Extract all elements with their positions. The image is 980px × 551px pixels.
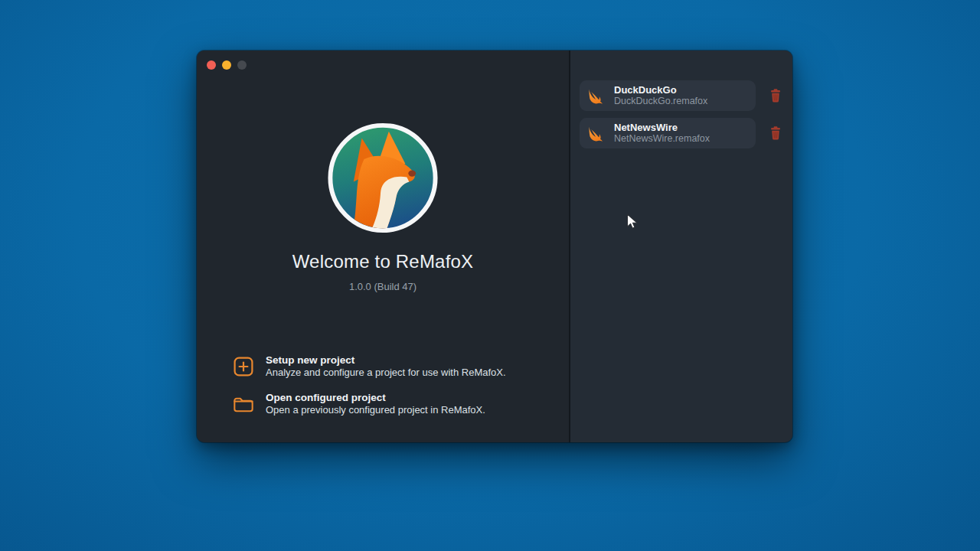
project-text: NetNewsWire NetNewsWire.remafox <box>614 122 710 145</box>
action-subtitle: Open a previously configured project in … <box>266 404 485 416</box>
action-title: Setup new project <box>266 354 506 367</box>
swift-icon <box>586 125 606 142</box>
close-button[interactable] <box>207 60 216 70</box>
remafox-fox-logo <box>327 122 439 234</box>
zoom-button[interactable] <box>237 60 247 70</box>
action-text: Open configured project Open a previousl… <box>266 392 485 416</box>
welcome-actions: Setup new project Analyze and configure … <box>233 354 506 416</box>
project-text: DuckDuckGo DuckDuckGo.remafox <box>614 84 707 107</box>
action-title: Open configured project <box>266 392 485 404</box>
plus-square-icon <box>233 356 254 377</box>
project-filename: DuckDuckGo.remafox <box>614 96 707 107</box>
project-row: DuckDuckGo DuckDuckGo.remafox <box>580 80 792 111</box>
project-name: NetNewsWire <box>614 122 710 133</box>
project-item-netnewswire[interactable]: NetNewsWire NetNewsWire.remafox <box>580 118 756 148</box>
version-label: 1.0.0 (Build 47) <box>197 281 569 292</box>
trash-icon <box>769 88 782 103</box>
remafox-welcome-window: Welcome to ReMafoX 1.0.0 (Build 47) Setu… <box>197 51 792 442</box>
swift-icon <box>586 87 606 105</box>
action-text: Setup new project Analyze and configure … <box>266 354 506 379</box>
delete-project-button[interactable] <box>769 88 782 103</box>
minimize-button[interactable] <box>222 60 231 70</box>
titlebar <box>207 60 247 70</box>
recent-projects-pane: DuckDuckGo DuckDuckGo.remafox <box>569 51 792 442</box>
delete-project-button[interactable] <box>769 126 782 141</box>
desktop-background: { "desktop": { "wallpaper_color": "#0a69… <box>0 0 980 551</box>
project-row: NetNewsWire NetNewsWire.remafox <box>580 118 792 148</box>
folder-icon <box>233 393 254 415</box>
project-name: DuckDuckGo <box>614 84 707 96</box>
welcome-pane: Welcome to ReMafoX 1.0.0 (Build 47) Setu… <box>197 51 569 442</box>
action-subtitle: Analyze and configure a project for use … <box>266 367 506 379</box>
welcome-title: Welcome to ReMafoX <box>197 251 569 272</box>
project-item-duckduckgo[interactable]: DuckDuckGo DuckDuckGo.remafox <box>580 80 756 111</box>
setup-new-project-button[interactable]: Setup new project Analyze and configure … <box>233 354 506 379</box>
trash-icon <box>769 126 782 141</box>
open-configured-project-button[interactable]: Open configured project Open a previousl… <box>233 392 506 416</box>
project-filename: NetNewsWire.remafox <box>614 133 710 145</box>
